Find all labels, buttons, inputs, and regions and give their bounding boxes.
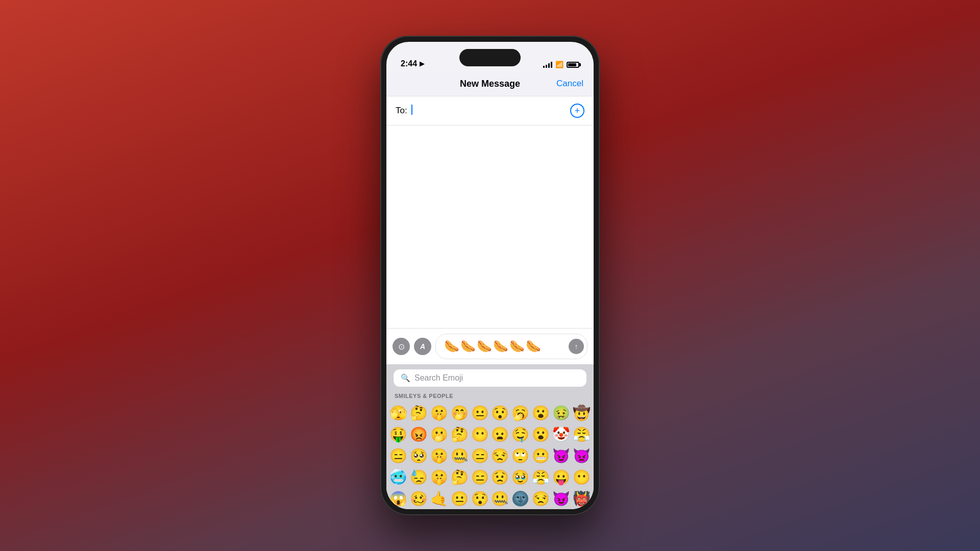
list-item[interactable]: 😐 [449,488,470,509]
list-item[interactable]: 😯 [470,488,490,509]
camera-button[interactable]: ⊙ [393,338,410,355]
list-item[interactable]: 🥴 [409,488,429,509]
nav-title: New Message [460,79,520,89]
status-icons: 📶 [543,61,579,68]
to-input[interactable] [411,105,566,117]
list-item[interactable]: 😱 [388,488,409,509]
list-item[interactable]: 🤫 [429,445,450,466]
text-cursor [411,105,412,115]
list-item[interactable]: 😒 [531,488,551,509]
to-label: To: [396,106,407,116]
list-item[interactable]: 🫣 [388,402,409,423]
list-item[interactable]: 🤫 [429,466,450,488]
list-item[interactable]: 😶 [470,423,490,445]
list-item[interactable]: 🥶 [388,466,409,488]
list-item[interactable]: 🤙 [429,488,450,509]
list-item[interactable]: 🥱 [510,402,531,423]
list-item[interactable]: 🌚 [510,488,531,509]
emoji-category-label: SMILEYS & PEOPLE [386,391,594,402]
add-contact-button[interactable]: + [570,104,584,118]
list-item[interactable]: 🥹 [510,466,531,488]
list-item[interactable]: 😑 [470,466,490,488]
to-field: To: + [386,96,594,126]
status-time: 2:44 ▶ [401,59,424,68]
list-item[interactable]: 😒 [490,445,510,466]
emoji-search-placeholder: Search Emoji [414,373,463,383]
dynamic-island [459,49,521,66]
list-item[interactable]: 😦 [490,423,510,445]
list-item[interactable]: 🥺 [409,445,429,466]
list-item[interactable]: 😓 [409,466,429,488]
list-item[interactable]: 🤡 [551,423,571,445]
cancel-button[interactable]: Cancel [556,79,583,89]
signal-bars-icon [543,62,552,68]
list-item[interactable]: 😟 [490,466,510,488]
list-item[interactable]: 🤐 [449,445,470,466]
list-item[interactable]: 😡 [409,423,429,445]
message-input-row: ⊙ A 🌭🌭🌭🌭🌭🌭 ↑ [386,328,594,364]
wifi-icon: 📶 [555,61,564,68]
list-item[interactable]: 🤐 [490,488,510,509]
list-item[interactable]: 😮 [531,402,551,423]
list-item[interactable]: 😤 [571,423,592,445]
list-item[interactable]: 😬 [531,445,551,466]
list-item[interactable]: 🤔 [449,423,470,445]
list-item[interactable]: 😈 [551,488,571,509]
search-icon: 🔍 [401,373,410,383]
list-item[interactable]: 😤 [531,466,551,488]
list-item[interactable]: 😛 [551,466,571,488]
battery-icon [567,62,579,68]
phone-screen: 2:44 ▶ 📶 New Message [386,42,594,509]
location-arrow-icon: ▶ [420,60,424,67]
list-item[interactable]: 🤫 [429,402,450,423]
list-item[interactable]: 🤤 [510,423,531,445]
list-item[interactable]: 🤔 [449,466,470,488]
message-content: 🌭🌭🌭🌭🌭🌭 [444,339,542,354]
list-item[interactable]: 😶 [571,466,592,488]
list-item[interactable]: 👹 [571,488,592,509]
emoji-search-bar[interactable]: 🔍 Search Emoji [394,369,586,387]
list-item[interactable]: 😑 [470,445,490,466]
list-item[interactable]: 🤔 [409,402,429,423]
app-store-button[interactable]: A [414,338,431,355]
list-item[interactable]: 🙄 [510,445,531,466]
camera-icon: ⊙ [398,342,405,352]
app-icon: A [420,342,425,350]
message-bubble-input[interactable]: 🌭🌭🌭🌭🌭🌭 ↑ [435,334,587,359]
main-content: New Message Cancel To: + ⊙ A [386,72,594,509]
message-area[interactable] [386,126,594,328]
list-item[interactable]: 🤢 [551,402,571,423]
list-item[interactable]: 👿 [571,445,592,466]
list-item[interactable]: 😮 [531,423,551,445]
list-item[interactable]: 😯 [490,402,510,423]
emoji-grid: 🫣 🤔 🤫 🤭 😐 😯 🥱 😮 🤢 🤠 🤑 😡 🫢 🤔 😶 [386,402,594,509]
emoji-keyboard: 🔍 Search Emoji SMILEYS & PEOPLE 🫣 🤔 🤫 🤭 … [386,364,594,509]
list-item[interactable]: 😑 [388,445,409,466]
phone-frame: 2:44 ▶ 📶 New Message [380,36,600,515]
list-item[interactable]: 🤭 [449,402,470,423]
send-button[interactable]: ↑ [569,339,584,354]
list-item[interactable]: 🤑 [388,423,409,445]
nav-bar: New Message Cancel [386,72,594,96]
list-item[interactable]: 😈 [551,445,571,466]
list-item[interactable]: 😐 [470,402,490,423]
send-icon: ↑ [575,342,578,350]
list-item[interactable]: 🫢 [429,423,450,445]
list-item[interactable]: 🤠 [571,402,592,423]
